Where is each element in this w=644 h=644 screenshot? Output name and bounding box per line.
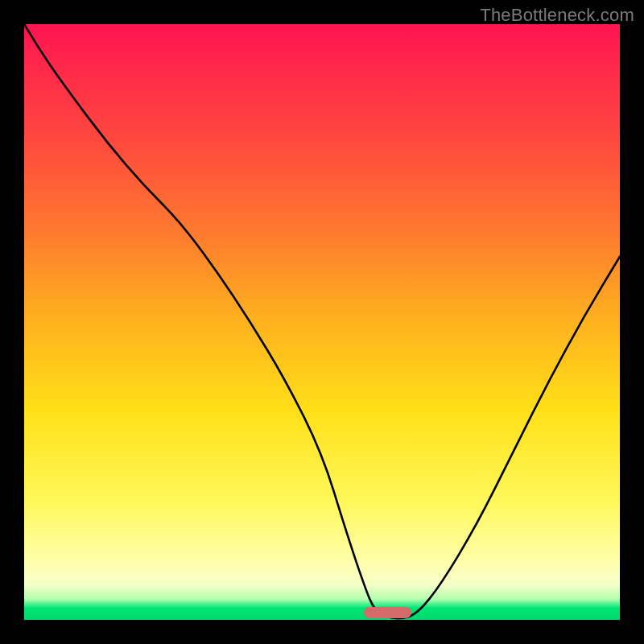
bottleneck-curve bbox=[24, 24, 620, 620]
chart-frame: TheBottleneck.com bbox=[0, 0, 644, 644]
optimal-range-marker bbox=[364, 607, 411, 618]
watermark-text: TheBottleneck.com bbox=[480, 5, 634, 26]
plot-area bbox=[24, 24, 620, 620]
curve-path bbox=[24, 24, 620, 618]
